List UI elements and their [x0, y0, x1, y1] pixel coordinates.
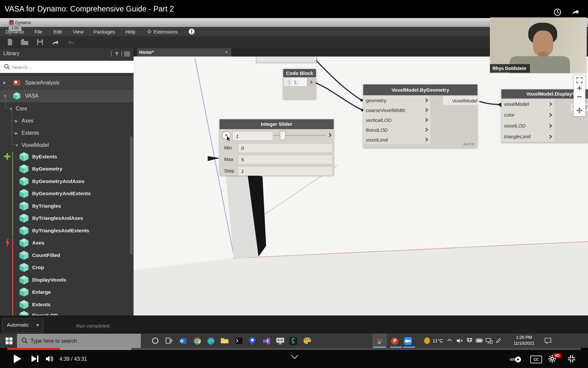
captions-button[interactable]: CC	[530, 356, 542, 363]
chrome-icon[interactable]	[193, 337, 201, 345]
filter-icon[interactable]	[114, 51, 119, 57]
node-integer-slider[interactable]: Integer Slider 1 Min 0 Max 5 Step 1	[220, 119, 334, 175]
sidebar-item-bytrianglesandaxes[interactable]: ByTrianglesAndAxes	[0, 212, 134, 224]
workspace-canvas[interactable]: Code Block 1 1; Integer Slider 1 Min 0	[134, 57, 588, 315]
input-port-voxellod[interactable]: voxelLOD	[501, 120, 555, 131]
menu-help[interactable]: Help	[125, 29, 136, 35]
taskbar-search-input[interactable]	[30, 336, 130, 346]
max-field[interactable]: 5	[238, 155, 333, 164]
powerpoint-icon[interactable]: P	[391, 337, 399, 345]
input-port-finestlod[interactable]: finestLOD	[363, 125, 430, 135]
slider-value-field[interactable]: 1	[233, 131, 273, 141]
hide-controls-chevron-icon[interactable]	[291, 355, 299, 359]
paint-palette-icon[interactable]	[303, 337, 311, 345]
save-icon[interactable]	[36, 38, 44, 46]
cortana-icon[interactable]	[152, 337, 159, 345]
file-explorer-icon[interactable]	[220, 337, 228, 345]
partial-node[interactable]	[256, 57, 317, 63]
sidebar-item-bytrianglesandextents[interactable]: ByTrianglesAndExtents	[0, 224, 134, 237]
exit-fullscreen-button[interactable]	[567, 355, 576, 363]
input-port-coarsevoxelwidth[interactable]: coarseVoxelWidth	[363, 105, 430, 115]
redo-icon[interactable]	[66, 38, 75, 46]
clock-date[interactable]: 1:20 PM 11/10/2021	[513, 334, 536, 346]
node-code-block[interactable]: Code Block 1 1;	[283, 69, 316, 99]
list-view-icon[interactable]	[124, 51, 130, 57]
undo-icon[interactable]	[51, 38, 60, 46]
visual-studio-icon[interactable]	[262, 337, 270, 345]
share-icon[interactable]	[572, 8, 580, 16]
menu-packages[interactable]: Packages	[94, 29, 115, 35]
sidebar-item-enlarge[interactable]: Enlarge	[0, 286, 134, 298]
output-port[interactable]	[328, 132, 332, 138]
output-port[interactable]	[307, 78, 315, 86]
zoom-out-icon[interactable]	[577, 94, 582, 100]
input-port-voxelmodel[interactable]: voxelModel	[501, 99, 555, 110]
volume-muted-icon[interactable]	[456, 338, 464, 346]
step-field[interactable]: 1	[238, 166, 333, 176]
menu-view[interactable]: View	[73, 29, 83, 35]
scrollbar-thumb[interactable]	[130, 136, 133, 255]
code-text[interactable]: 1;	[292, 78, 307, 86]
sidebar-item-extents[interactable]: Extents	[0, 298, 134, 310]
fit-view-icon[interactable]	[577, 77, 582, 83]
new-file-icon[interactable]	[6, 38, 14, 46]
node-voxelmodel-bygeometry[interactable]: VoxelModel.ByGeometry geometry coarseVox…	[363, 84, 477, 148]
dynamo-taskbar-icon[interactable]	[376, 337, 384, 345]
battery-icon[interactable]	[476, 338, 484, 346]
min-field[interactable]: 0	[238, 143, 333, 153]
sidebar-item-axes-group[interactable]: ▶ Axes	[0, 115, 134, 127]
sidebar-item-bygeometry[interactable]: ByGeometry	[0, 163, 134, 175]
sidebar-item-spaceanalysis[interactable]: ▶ SpaceAnalysis	[0, 76, 134, 90]
input-port-verticallod[interactable]: verticalLOD	[363, 115, 430, 125]
input-port-voxellimit[interactable]: voxelLimit	[363, 135, 430, 145]
tab-home[interactable]: Home* ×	[137, 48, 231, 57]
sidebar-item-byextents[interactable]: ByExtents	[0, 150, 134, 163]
outlook-icon[interactable]	[179, 337, 187, 345]
screen-share-icon[interactable]	[486, 338, 494, 346]
input-wire-port[interactable]	[498, 103, 501, 107]
pen-icon[interactable]	[495, 338, 503, 346]
search-input[interactable]	[11, 62, 124, 72]
slider-handle[interactable]	[280, 131, 285, 140]
menu-extensions[interactable]: Extensions	[154, 29, 178, 35]
input-port-color[interactable]: color	[501, 109, 555, 121]
sidebar-item-countfilled[interactable]: CountFilled	[0, 249, 134, 261]
sidebar-item-core[interactable]: ▼ Core	[0, 103, 134, 115]
menu-edit[interactable]: Edit	[53, 29, 62, 35]
zoom-app-icon[interactable]	[404, 337, 412, 345]
sidebar-item-vasa[interactable]: ▼ VASA	[0, 89, 134, 103]
notification-center-icon[interactable]	[545, 338, 553, 346]
sidebar-item-displayvoxels[interactable]: DisplayVoxels	[0, 274, 134, 286]
zoom-in-icon[interactable]	[577, 85, 582, 91]
alert-icon[interactable]	[188, 28, 195, 35]
pan-icon[interactable]	[577, 107, 582, 113]
input-port-trianglelimit[interactable]: triangleLimit	[501, 131, 555, 142]
watch-later-icon[interactable]	[553, 8, 562, 16]
terminal-icon[interactable]	[235, 337, 243, 345]
s-g-app-icon[interactable]: S>G	[276, 337, 284, 345]
output-port-voxelmodel[interactable]: VoxelModel	[443, 96, 479, 105]
sidebar-item-finestlod[interactable]: FinestLOD	[0, 309, 134, 315]
menu-file[interactable]: File	[34, 29, 42, 35]
taskbar-search[interactable]	[17, 334, 141, 348]
dropbox-icon[interactable]	[467, 338, 474, 346]
green-s-app-icon[interactable]	[289, 337, 297, 345]
input-port-geometry[interactable]: geometry	[363, 95, 430, 105]
volume-icon[interactable]	[46, 355, 54, 362]
sidebar-item-bygeometryandaxes[interactable]: ByGeometryAndAxes	[0, 175, 134, 187]
open-file-icon[interactable]	[20, 38, 29, 46]
sidebar-item-extents-group[interactable]: ▶ Extents	[0, 127, 134, 139]
edge-icon[interactable]	[207, 337, 215, 345]
autoplay-toggle[interactable]	[509, 356, 522, 362]
play-button[interactable]	[13, 354, 22, 363]
task-view-icon[interactable]	[165, 337, 173, 345]
start-button-icon[interactable]	[6, 337, 12, 344]
next-button[interactable]	[31, 355, 39, 362]
temperature-label[interactable]: 11°C	[432, 338, 443, 343]
tray-chevron-up-icon[interactable]	[447, 338, 455, 346]
sidebar-item-bytriangles[interactable]: ByTriangles	[0, 200, 134, 212]
tab-close-icon[interactable]: ×	[225, 49, 228, 55]
maps-pin-icon[interactable]	[249, 337, 257, 345]
sidebar-item-voxelmodel-group[interactable]: ▼ VoxelModel	[0, 139, 134, 151]
sidebar-item-bygeometryandextents[interactable]: ByGeometryAndExtents	[0, 188, 134, 200]
